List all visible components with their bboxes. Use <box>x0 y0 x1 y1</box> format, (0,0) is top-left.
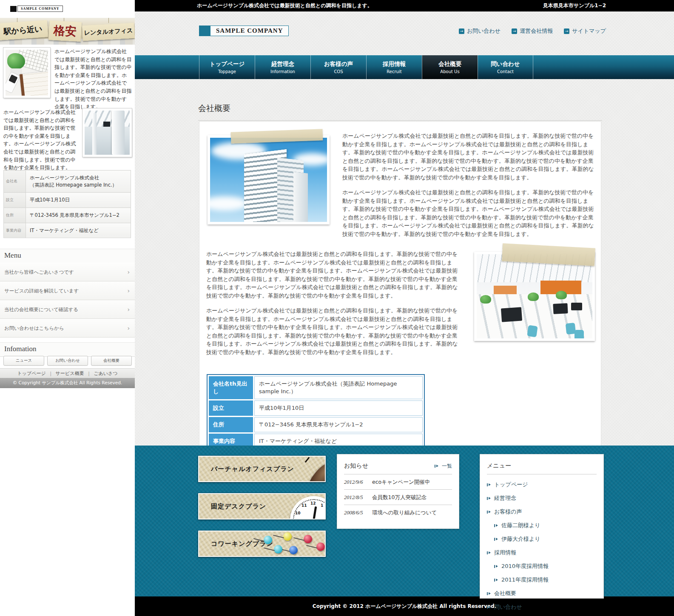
news-item[interactable]: 2012/9/6 ecoキャンペーン開催中 <box>344 474 452 490</box>
monitor-shape <box>553 303 568 314</box>
footer-menu-card: メニュー トップページ 経営理念 お客様の声 佐藤二朗様より 伊藤大介様より 採… <box>480 454 604 599</box>
news-button[interactable]: ニュース <box>3 356 44 366</box>
footer-menu-item-customer-voice[interactable]: お客様の声 <box>487 505 597 519</box>
double-arrow-icon <box>494 537 499 541</box>
header-link-contact[interactable]: → お問い合わせ <box>459 27 501 35</box>
footer-menu-item-contact[interactable]: 問い合わせ <box>487 600 597 614</box>
sidebar-buttons: ニュース お問い合わせ 会社概要 <box>3 356 132 366</box>
row-value: ホームページサンプル株式会社 （英語表記 Homepage sample Inc… <box>26 170 131 193</box>
row-value: 〒012-3456 見本県見本市サンプル1−2 <box>26 208 131 223</box>
double-arrow-icon <box>487 510 492 514</box>
double-arrow-icon <box>435 464 439 468</box>
footer-menu-item-ito[interactable]: 伊藤大介様より <box>494 532 597 546</box>
footer-link-greeting[interactable]: ごあいさつ <box>94 370 117 377</box>
nav-tab-toppage[interactable]: トップページ Toppage <box>199 55 255 79</box>
sidebar-menu-item-greeting[interactable]: 当社から皆様へごあいさつです › <box>0 263 135 281</box>
building-photo <box>208 135 330 224</box>
notebook-shape <box>20 71 50 98</box>
nav-tab-label: 経営理念 <box>271 60 294 68</box>
nav-tab-about-us-active[interactable]: 会社概要 About Us <box>422 55 478 79</box>
nav-tab-sublabel: Recruit <box>387 69 401 74</box>
news-item-title: 環境への取り組みについて <box>372 509 437 517</box>
double-arrow-icon <box>487 483 492 487</box>
sidebar-footer-links: トップページ ｜ サービス概要 ｜ ごあいさつ <box>0 368 135 378</box>
banner-sign-cheap: 格安 <box>48 20 82 42</box>
news-title: お知らせ <box>344 462 368 470</box>
chevron-right-icon: › <box>127 281 130 300</box>
desk-photo <box>3 48 50 98</box>
menu-item-label: お問い合わせはこちらから <box>4 319 64 338</box>
contact-button[interactable]: お問い合わせ <box>47 356 88 366</box>
footer-menu-item-toppage[interactable]: トップページ <box>487 478 597 491</box>
pushpin-icon <box>264 536 273 545</box>
content-row-2: ホームページサンプル株式会社では最新技術と自然との調和を目指します。革新的な技術… <box>206 250 594 363</box>
row-value: 平成10年1月10日 <box>26 193 131 208</box>
news-more-label: 一覧 <box>442 463 452 470</box>
sidebar-logo[interactable]: SAMPLE COMPANY <box>10 6 63 12</box>
main-navigation: トップページ Toppage 経営理念 Information お客様の声 CO… <box>135 55 674 79</box>
banner-sign-rental-office: レンタルオフィス <box>82 23 135 41</box>
about-button[interactable]: 会社概要 <box>91 356 132 366</box>
tv-shape <box>103 122 110 127</box>
double-arrow-icon <box>487 605 492 609</box>
footer: バーチャルオフィスプラン 固定デスクプラン 10 11 12 1 2 <box>135 446 674 596</box>
body-paragraph: ホームページサンプル株式会社では最新技術と自然との調和を目指します。革新的な技術… <box>342 188 594 238</box>
sidebar-company-table: 会社名 ホームページサンプル株式会社 （英語表記 Homepage sample… <box>3 170 131 238</box>
footer-menu-item-recruit-2011[interactable]: 2011年度採用情報 <box>494 573 597 587</box>
news-item[interactable]: 2008/6/5 環境への取り組みについて <box>344 505 452 520</box>
nav-tab-recruit[interactable]: 採用情報 Recruit <box>366 55 422 79</box>
footer-menu-item-about[interactable]: 会社概要 <box>487 587 597 600</box>
sidebar-menu: 当社から皆様へごあいさつです › サービスの詳細を解説しています › 当社の会社… <box>0 263 135 338</box>
news-more-link[interactable]: 一覧 <box>435 463 452 470</box>
nav-tab-customer-voice[interactable]: お客様の声 COS <box>310 55 366 79</box>
building-photo-wrap <box>206 132 335 245</box>
table-row: 会社名 ホームページサンプル株式会社 （英語表記 Homepage sample… <box>4 170 131 193</box>
footer-menu-item-philosophy[interactable]: 経営理念 <box>487 491 597 505</box>
footer-menu-title: メニュー <box>487 462 511 470</box>
footer-link-top[interactable]: トップページ <box>17 370 46 377</box>
arrow-right-icon: → <box>459 28 464 34</box>
footer-menu-item-recruit-2010[interactable]: 2010年度採用情報 <box>494 559 597 573</box>
sidebar-menu-item-contact[interactable]: お問い合わせはこちらから › <box>0 319 135 338</box>
table-row: 設立 平成10年1月10日 <box>209 400 423 416</box>
column-shape <box>112 111 125 155</box>
footer-menu-item-sato[interactable]: 佐藤二朗様より <box>494 519 597 532</box>
news-item[interactable]: 2012/8/5 会員数10万人突破記念 <box>344 490 452 505</box>
sidebar-menu-item-services[interactable]: サービスの詳細を解説しています › <box>0 281 135 300</box>
page-title: 会社概要 <box>198 103 230 114</box>
body-paragraph: ホームページサンプル株式会社では最新技術と自然との調和を目指します。革新的な技術… <box>206 307 463 356</box>
header-link-operating-company[interactable]: → 運営会社情報 <box>512 27 553 35</box>
nav-tab-contact[interactable]: 問い合わせ Contact <box>478 55 533 79</box>
header-logo[interactable]: SAMPLE COMPANY <box>199 26 289 36</box>
footer-link-services[interactable]: サービス概要 <box>56 370 84 377</box>
clock-numeral: 1 <box>321 503 323 508</box>
row-label: 会社名 <box>4 170 26 193</box>
phone-shape <box>3 71 20 94</box>
sidebar: SAMPLE COMPANY 駅から近い 格安 レンタルオフィス ホームページサ… <box>0 0 135 616</box>
footer-menu-item-recruit[interactable]: 採用情報 <box>487 546 597 559</box>
banner-string <box>108 18 109 23</box>
nav-tab-philosophy[interactable]: 経営理念 Information <box>255 55 310 79</box>
row-label: 会社名th見出し <box>209 376 253 399</box>
news-card-header: お知らせ 一覧 <box>344 460 452 474</box>
header-link-sitemap[interactable]: → サイトマップ <box>564 27 606 35</box>
top-bar: ホームページサンプル株式会社では最新技術と自然との調和を目指します。 見本県見本… <box>135 0 674 11</box>
copyright-text: Copyright © 2012 ホームページサンプル株式会社 All righ… <box>313 603 496 610</box>
top-bar-tagline: ホームページサンプル株式会社では最新技術と自然との調和を目指します。 <box>197 2 373 9</box>
menu-item-label: 当社の会社概要について確認する <box>4 300 78 319</box>
header-link-label: お問い合わせ <box>467 27 501 35</box>
table-row: 設立 平成10年1月10日 <box>4 193 131 208</box>
header-logo-text: SAMPLE COMPANY <box>210 27 288 34</box>
sidebar-rental-office-banner[interactable]: 駅から近い 格安 レンタルオフィス <box>0 18 135 45</box>
banner-virtual-office-plan[interactable]: バーチャルオフィスプラン <box>198 456 326 482</box>
content-paragraphs: ホームページサンプル株式会社では最新技術と自然との調和を目指します。革新的な技術… <box>206 250 463 363</box>
footer-menu-label: トップページ <box>494 481 528 488</box>
footer-menu-label: 採用情報 <box>494 549 516 556</box>
separator: ｜ <box>86 370 91 377</box>
banner-fixed-desk-plan[interactable]: 固定デスクプラン 10 11 12 1 2 <box>198 493 326 519</box>
banner-coworking-plan[interactable]: コワーキングプラン <box>198 531 326 557</box>
header-link-label: 運営会社情報 <box>520 27 553 35</box>
nav-tab-label: 問い合わせ <box>491 60 520 68</box>
sidebar-menu-item-about[interactable]: 当社の会社概要について確認する › <box>0 300 135 319</box>
company-overview-table: 会社名th見出し ホームページサンプル株式会社（英語表記 Homepage sa… <box>207 374 425 451</box>
